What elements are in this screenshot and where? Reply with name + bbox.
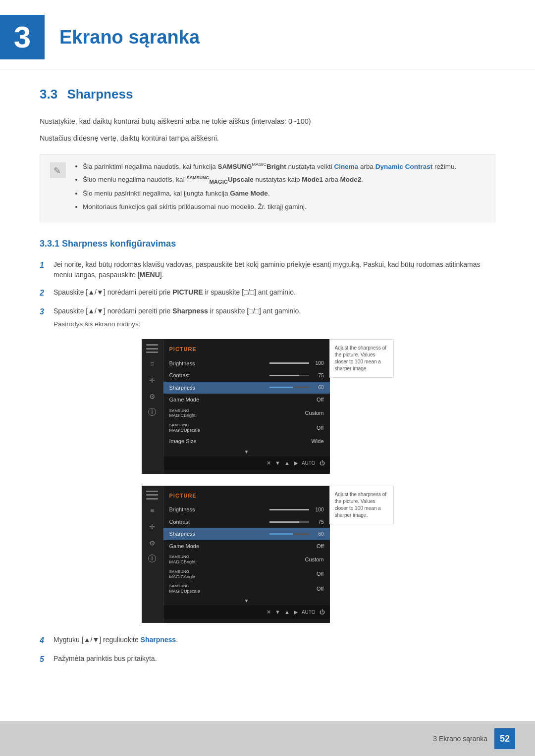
step-4: 4 Mygtuku [▲/▼] reguliuokite Sharpness. <box>40 635 495 647</box>
menu-header-2: PICTURE <box>163 490 330 504</box>
menu-row-magicbright: SAMSUNGMAGICBright Custom <box>163 406 330 421</box>
menu-row-sharpness: Sharpness 60 <box>163 382 330 394</box>
menu-row-magicupscale: SAMSUNGMAGICUpscale Off <box>163 420 330 435</box>
menu-row-magicangle: SAMSUNGMAGICAngle Off <box>163 567 330 582</box>
sidebar-lines-icon-2: ≡ <box>150 505 154 516</box>
menu-header-1: PICTURE <box>163 343 330 357</box>
monitor-side-note-2: Adjust the sharpness of the picture. Val… <box>329 486 394 524</box>
sidebar-monitor-icon-2 <box>146 491 158 500</box>
step-3: 3 Spauskite [▲/▼] norėdami pereiti prie … <box>40 306 495 329</box>
note-item-1: Šia parinktimi negalima naudotis, kai fu… <box>83 161 456 172</box>
footer-page-number: 52 <box>494 728 515 749</box>
menu-row-magicupscale-2: SAMSUNGMAGICUpscale Off <box>163 581 330 596</box>
note-pencil-icon: ✎ <box>50 162 66 178</box>
chapter-number-box: 3 <box>0 15 45 59</box>
menu-row-gamemode: Game Mode Off <box>163 394 330 406</box>
menu-row-contrast-2: Contrast 75 <box>163 516 330 528</box>
sidebar-info-icon: i <box>148 408 156 416</box>
sidebar-gear-icon-2: ⚙ <box>149 538 156 549</box>
step-5: 5 Pažymėta parinktis bus pritaikyta. <box>40 654 495 665</box>
sidebar-lines-icon: ≡ <box>150 359 154 369</box>
subsection-number: 3.3.1 <box>40 239 59 249</box>
monitor-menu-2: PICTURE Brightness 100 Contrast <box>163 486 330 623</box>
section-title: Sharpness <box>67 87 133 101</box>
menu-row-brightness-2: Brightness 100 <box>163 504 330 516</box>
body-text-1: Nustatykite, kad daiktų kontūrai būtų ai… <box>40 116 495 127</box>
monitor-screenshot-2: ≡ ✛ ⚙ i PICTURE Brightness 100 <box>40 486 495 623</box>
monitor-sidebar-2: ≡ ✛ ⚙ i <box>142 486 163 623</box>
monitor-side-note-1: Adjust the sharpness of the picture. Val… <box>329 339 394 378</box>
page-footer: 3 Ekrano sąranka 52 <box>0 721 535 756</box>
body-text-2: Nustačius didesnę vertę, daiktų kontūrai… <box>40 133 495 144</box>
sidebar-gear-icon: ⚙ <box>149 392 156 402</box>
steps-after-list: 4 Mygtuku [▲/▼] reguliuokite Sharpness. … <box>40 635 495 665</box>
footer-chapter-text: 3 Ekrano sąranka <box>433 734 487 744</box>
svg-text:✎: ✎ <box>54 166 61 176</box>
sidebar-info-icon-2: i <box>148 554 156 562</box>
chapter-number: 3 <box>14 22 31 52</box>
main-content: 3.3 Sharpness Nustatykite, kad daiktų ko… <box>0 85 535 665</box>
monitor-menu-1: PICTURE Brightness 100 Contrast <box>163 339 330 474</box>
sidebar-arrows-icon: ✛ <box>149 375 155 386</box>
note-item-4: Monitoriaus funkcijos gali skirtis prikl… <box>83 202 456 212</box>
menu-row-magicbright-2: SAMSUNGMAGICBright Custom <box>163 552 330 567</box>
subsection-title: Sharpness konfigūravimas <box>62 239 176 249</box>
monitor-footer-2: ✕ ▼ ▲ ▶ AUTO ⏻ <box>163 605 330 619</box>
note-box: ✎ Šia parinktimi negalima naudotis, kai … <box>40 154 495 222</box>
menu-row-contrast: Contrast 75 <box>163 369 330 382</box>
step-1: 1 Jei norite, kad būtų rodomas klavišų v… <box>40 259 495 280</box>
chapter-title: Ekrano sąranka <box>59 23 200 51</box>
subsection-heading: 3.3.1 Sharpness konfigūravimas <box>40 237 495 251</box>
chapter-header: 3 Ekrano sąranka <box>0 0 535 70</box>
monitor-footer-1: ✕ ▼ ▲ ▶ AUTO ⏻ <box>163 456 330 470</box>
menu-row-gamemode-2: Game Mode Off <box>163 540 330 553</box>
step-3-note: Pasirodys šis ekrano rodinys: <box>54 319 495 329</box>
monitor-screenshot-1: ≡ ✛ ⚙ i PICTURE Brightness 100 <box>40 339 495 474</box>
sidebar-arrows-icon-2: ✛ <box>149 522 155 532</box>
monitor-sidebar-1: ≡ ✛ ⚙ i <box>142 339 163 474</box>
menu-row-imagesize: Image Size Wide <box>163 435 330 448</box>
step-2: 2 Spauskite [▲/▼] norėdami pereiti prie … <box>40 287 495 299</box>
section-number: 3.3 <box>40 87 57 101</box>
note-content: Šia parinktimi negalima naudotis, kai fu… <box>73 161 456 215</box>
menu-row-sharpness-2: Sharpness 60 <box>163 528 330 540</box>
sidebar-monitor-icon <box>146 344 158 353</box>
menu-row-brightness: Brightness 100 <box>163 357 330 370</box>
note-item-2: Šiuo meniu negalima naudotis, kai SAMSUN… <box>83 174 456 186</box>
section-heading: 3.3 Sharpness <box>40 85 495 104</box>
steps-list: 1 Jei norite, kad būtų rodomas klavišų v… <box>40 259 495 329</box>
note-item-3: Šio meniu pasirinkti negalima, kai įjung… <box>83 189 456 199</box>
